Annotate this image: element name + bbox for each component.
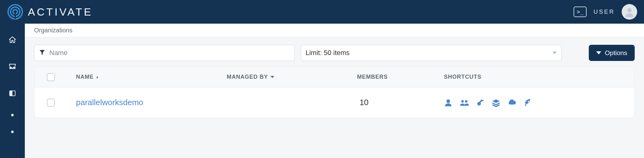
sidebar-item-inbox[interactable] [6,60,19,73]
key-icon[interactable] [476,98,485,107]
table-row: parallelworksdemo 10 [34,87,634,118]
users-icon[interactable] [459,98,469,107]
table-header-row: NAME ♦ MANAGED BY MEMBERS SHORTCUTS [34,67,634,87]
brand-logo-icon [7,3,24,20]
svg-point-8 [461,100,464,103]
svg-point-9 [465,100,467,103]
sidebar [0,24,25,158]
rocket-icon[interactable] [523,98,532,107]
svg-rect-6 [10,91,12,96]
brand-name: ACTIVATE [28,6,93,18]
column-shortcuts-label: SHORTCUTS [444,74,481,80]
column-members-label: MEMBERS [357,74,388,80]
sidebar-item-home[interactable] [6,34,19,46]
column-members[interactable]: MEMBERS [357,74,444,80]
select-all-checkbox[interactable] [47,73,55,81]
breadcrumb-text: Organizations [34,27,72,34]
organizations-table: NAME ♦ MANAGED BY MEMBERS SHORTCUTS [34,67,635,118]
limit-select[interactable]: Limit: 50 items [301,45,561,61]
column-managed-by-label: MANAGED BY [227,74,268,80]
organization-link[interactable]: parallelworksdemo [72,98,143,107]
chevron-down-icon [552,52,557,54]
options-button[interactable]: Options [589,45,635,61]
filter-input-wrap [34,45,295,61]
app-header: ACTIVATE >_ USER [0,0,644,24]
row-checkbox[interactable] [47,99,55,107]
column-shortcuts: SHORTCUTS [444,74,634,80]
breadcrumb: Organizations [25,24,644,37]
sidebar-item-panel[interactable] [6,87,19,100]
svg-point-4 [627,8,632,12]
svg-point-13 [528,101,529,102]
shortcuts-group [444,98,532,107]
sidebar-item-dot-2[interactable] [11,131,14,133]
limit-select-label: Limit: 50 items [306,49,350,57]
options-button-label: Options [605,49,627,57]
user-avatar[interactable] [622,4,637,20]
column-checkbox [34,73,72,81]
svg-rect-3 [15,12,16,19]
user-icon[interactable] [444,98,453,107]
column-name[interactable]: NAME ♦ [72,74,227,80]
terminal-button[interactable]: >_ [574,7,587,17]
cloud-icon[interactable] [507,98,517,107]
user-label: USER [593,8,615,15]
svg-rect-11 [479,99,483,103]
column-managed-by[interactable]: MANAGED BY [227,74,357,80]
brand: ACTIVATE [7,3,93,20]
members-count: 10 [357,98,369,107]
name-filter-input[interactable] [49,49,290,57]
sidebar-item-dot-1[interactable] [11,114,14,116]
chevron-down-icon [271,76,274,78]
main-content: Organizations Limit: 50 items Options [25,24,644,158]
controls-row: Limit: 50 items Options [25,37,644,67]
filter-icon [39,49,46,57]
svg-point-7 [446,99,450,103]
chevron-down-icon [596,51,601,54]
layers-icon[interactable] [492,98,500,107]
terminal-icon: >_ [577,9,584,15]
header-right: >_ USER [574,4,637,20]
sort-icon: ♦ [96,75,99,80]
column-name-label: NAME [76,74,94,80]
